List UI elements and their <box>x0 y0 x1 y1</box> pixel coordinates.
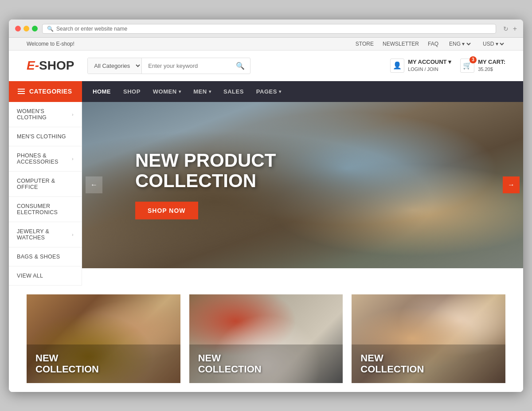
store-link[interactable]: STORE <box>356 41 374 47</box>
sidebar-item-view-all[interactable]: VIEW ALL <box>9 266 82 286</box>
sidebar-item-consumer-electronics[interactable]: CONSUMER ELECTRONICS <box>9 197 82 222</box>
categories-tab[interactable]: CATEGORIES <box>9 81 82 102</box>
sidebar-item-bags[interactable]: BAGS & SHOES <box>9 247 82 266</box>
collection-label-1: NEW COLLECTION <box>35 352 172 375</box>
collection-label-3: NEW COLLECTION <box>360 352 497 375</box>
nav-home[interactable]: HOME <box>86 81 117 102</box>
main-content: WOMEN'S CLOTHING › MEN'S CLOTHING PHONES… <box>9 102 523 286</box>
logo[interactable]: E- SHOP <box>27 59 74 73</box>
sidebar-label: COMPUTER & OFFICE <box>17 178 74 190</box>
browser-chrome: 🔍 Search or enter website name ↻ + <box>9 20 523 38</box>
my-cart-label: MY CART: <box>478 58 505 66</box>
minimize-dot[interactable] <box>23 26 29 31</box>
sidebar-item-mens-clothing[interactable]: MEN'S CLOTHING <box>9 127 82 146</box>
hero-title-line2: COLLECTION <box>135 171 276 191</box>
search-input[interactable] <box>142 59 231 73</box>
sidebar-label: CONSUMER ELECTRONICS <box>17 203 74 215</box>
collection-label-2: NEW COLLECTION <box>198 352 334 375</box>
top-bar-right: STORE NEWSLETTER FAQ ENG ▾ USD ▾ <box>356 40 505 47</box>
account-icon: 👤 <box>390 59 404 73</box>
sidebar-label: JEWELRY & WATCHES <box>17 228 72 241</box>
sidebar-label: MEN'S CLOTHING <box>17 133 66 140</box>
browser-window: 🔍 Search or enter website name ↻ + Welco… <box>9 20 523 392</box>
search-icon: 🔍 <box>47 26 54 32</box>
cart-price: 35.20$ <box>478 67 493 72</box>
nav-links: HOME SHOP WOMEN ▾ MEN ▾ SALES PAGES ▾ <box>82 81 292 102</box>
sidebar-item-computer[interactable]: COMPUTER & OFFICE <box>9 172 82 197</box>
hero-title: NEW PRODUCT COLLECTION <box>135 150 276 191</box>
hero-area: NEW PRODUCT COLLECTION SHOP NOW ← → <box>82 102 523 268</box>
faq-link[interactable]: FAQ <box>428 41 438 47</box>
hero-prev-button[interactable]: ← <box>86 176 102 193</box>
nav-women[interactable]: WOMEN ▾ <box>147 81 187 102</box>
address-bar[interactable]: 🔍 Search or enter website name <box>42 24 496 34</box>
sidebar: WOMEN'S CLOTHING › MEN'S CLOTHING PHONES… <box>9 102 82 286</box>
cart-button[interactable]: 🛒 3 MY CART: 35.20$ <box>460 58 505 73</box>
collection-overlay-2: NEW COLLECTION <box>189 344 343 383</box>
sidebar-label: PHONES & ACCESSORIES <box>17 153 72 165</box>
newsletter-link[interactable]: NEWSLETTER <box>383 41 419 47</box>
hero-title-line1: NEW PRODUCT <box>135 150 276 171</box>
logo-e: E- <box>27 59 39 73</box>
account-text: MY ACCOUNT ▾ LOGIN / JOIN <box>408 58 451 73</box>
reload-icon[interactable]: ↻ <box>503 25 509 32</box>
browser-dots <box>15 26 38 31</box>
nav-shop[interactable]: SHOP <box>117 81 147 102</box>
hero-content: NEW PRODUCT COLLECTION SHOP NOW <box>135 150 276 219</box>
cart-text: MY CART: 35.20$ <box>478 58 505 73</box>
nav-men[interactable]: MEN ▾ <box>187 81 217 102</box>
sidebar-item-jewelry[interactable]: JEWELRY & WATCHES › <box>9 222 82 247</box>
logo-shop: SHOP <box>39 59 74 73</box>
login-join-label: LOGIN / JOIN <box>408 67 438 72</box>
nav-pages[interactable]: PAGES ▾ <box>250 81 288 102</box>
sidebar-item-womens-clothing[interactable]: WOMEN'S CLOTHING › <box>9 102 82 127</box>
collection-card-1[interactable]: NEW COLLECTION <box>27 294 180 383</box>
navbar: CATEGORIES HOME SHOP WOMEN ▾ MEN ▾ SALES… <box>9 81 523 102</box>
welcome-text: Welcome to E-shop! <box>27 41 74 47</box>
cart-icon-wrap: 🛒 3 <box>460 59 474 73</box>
sidebar-item-phones[interactable]: PHONES & ACCESSORIES › <box>9 146 82 172</box>
search-area: All Categories 🔍 <box>87 58 250 74</box>
language-select[interactable]: ENG ▾ <box>447 40 472 47</box>
expand-icon[interactable]: + <box>513 25 517 33</box>
header: E- SHOP All Categories 🔍 👤 MY ACCOUNT ▾ … <box>9 51 523 81</box>
close-dot[interactable] <box>15 26 21 31</box>
collection-section: NEW COLLECTION NEW COLLECTION NEW COLLEC… <box>9 286 523 392</box>
hero-next-button[interactable]: → <box>503 176 520 193</box>
categories-label: CATEGORIES <box>29 88 72 95</box>
sidebar-label: VIEW ALL <box>17 273 43 279</box>
collection-card-2[interactable]: NEW COLLECTION <box>189 294 343 383</box>
sidebar-label: BAGS & SHOES <box>17 254 60 260</box>
collection-overlay-3: NEW COLLECTION <box>352 344 505 383</box>
currency-select[interactable]: USD ▾ <box>481 40 505 47</box>
top-bar: Welcome to E-shop! STORE NEWSLETTER FAQ … <box>9 38 523 51</box>
category-dropdown[interactable]: All Categories <box>88 58 142 74</box>
header-right: 👤 MY ACCOUNT ▾ LOGIN / JOIN 🛒 3 MY CART:… <box>390 58 505 73</box>
address-text: Search or enter website name <box>56 26 127 32</box>
collection-overlay-1: NEW COLLECTION <box>27 344 180 383</box>
sidebar-label: WOMEN'S CLOTHING <box>17 108 72 121</box>
chevron-right-icon: › <box>72 112 74 117</box>
search-button[interactable]: 🔍 <box>231 62 250 70</box>
collection-card-3[interactable]: NEW COLLECTION <box>352 294 505 383</box>
maximize-dot[interactable] <box>32 26 38 31</box>
cart-badge: 3 <box>469 56 477 63</box>
hamburger-icon <box>18 89 25 94</box>
chevron-right-icon: › <box>72 232 74 237</box>
shop-now-button[interactable]: SHOP NOW <box>135 202 198 219</box>
my-account-label: MY ACCOUNT ▾ <box>408 58 451 66</box>
account-button[interactable]: 👤 MY ACCOUNT ▾ LOGIN / JOIN <box>390 58 451 73</box>
chevron-right-icon: › <box>72 156 74 161</box>
nav-sales[interactable]: SALES <box>217 81 250 102</box>
